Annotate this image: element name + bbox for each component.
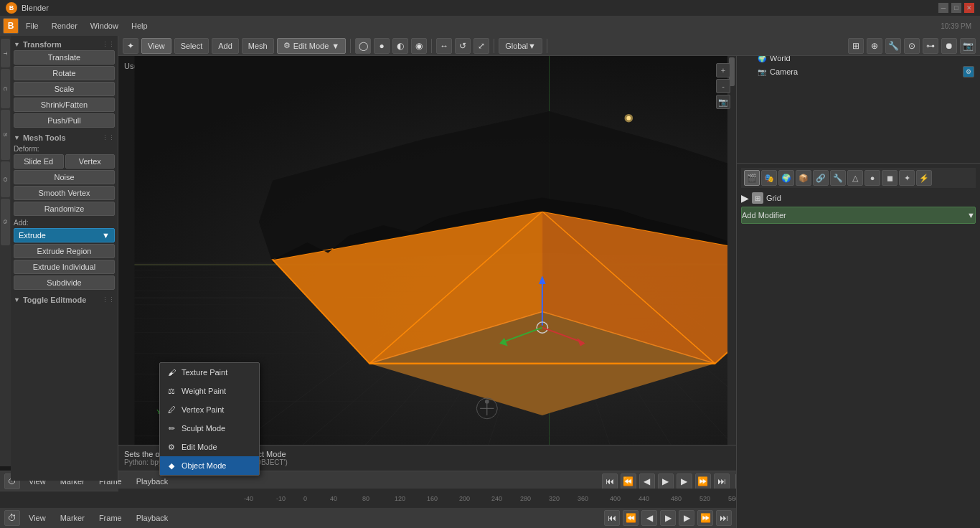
camera-view-button[interactable]: 📷	[716, 95, 730, 109]
play-button[interactable]: ▶	[658, 473, 674, 489]
prev-frame-button[interactable]: ⏪	[621, 473, 636, 489]
playback-next-frame[interactable]: ⏩	[697, 510, 713, 526]
weight-paint-mode-item[interactable]: ⚖ Weight Paint	[160, 382, 259, 400]
rotate-button[interactable]: Rotate	[14, 66, 115, 80]
jump-end-button[interactable]: ⏭	[714, 473, 730, 489]
add-menu[interactable]: Add	[212, 38, 239, 54]
render-properties-icon[interactable]: 🎬	[744, 170, 760, 186]
mirror-button[interactable]: ⊶	[923, 38, 938, 54]
texture-mode-button[interactable]: ◐	[392, 38, 408, 54]
playback-play[interactable]: ▶	[660, 510, 676, 526]
vertex-button[interactable]: Vertex	[65, 154, 116, 169]
scale-widget-button[interactable]: ⤢	[473, 38, 489, 54]
texture-paint-mode-item[interactable]: 🖌 Texture Paint	[160, 363, 259, 382]
minimize-button[interactable]: ─	[938, 3, 948, 13]
object-properties-icon[interactable]: 📦	[796, 170, 811, 186]
timeline-num-240: 240	[491, 495, 502, 502]
solid-mode-button[interactable]: ●	[374, 38, 390, 54]
playback-icon[interactable]: ⏱	[4, 510, 20, 526]
camera-button[interactable]: 📷	[960, 38, 976, 54]
constraints-icon[interactable]: 🔗	[813, 170, 829, 186]
mesh-menu[interactable]: Mesh	[242, 38, 274, 54]
edit-mode-selector[interactable]: ⚙ Edit Mode ▼	[277, 38, 346, 54]
menu-render[interactable]: Render	[46, 20, 83, 32]
slide-edge-button[interactable]: Slide Ed	[14, 154, 64, 169]
playback-prev-key[interactable]: ◀	[641, 510, 657, 526]
gizmo-button[interactable]: ⊕	[867, 38, 882, 54]
viewport-mode-icon[interactable]: ✦	[123, 38, 138, 54]
translate-button[interactable]: Translate	[14, 50, 115, 65]
record-button[interactable]: ⏺	[941, 38, 957, 54]
menu-file[interactable]: File	[20, 20, 44, 32]
menu-help[interactable]: Help	[126, 20, 154, 32]
snap-button[interactable]: 🔧	[885, 38, 901, 54]
timeline-playback-menu[interactable]: Playback	[131, 476, 174, 487]
proportional-edit-button[interactable]: ⊙	[904, 38, 920, 54]
extrude-dropdown[interactable]: Extrude ▼	[14, 228, 115, 242]
vertex-paint-mode-item[interactable]: 🖊 Vertex Paint	[160, 400, 259, 419]
rendered-mode-button[interactable]: ◉	[411, 38, 427, 54]
extrude-individual-button[interactable]: Extrude Individual	[14, 260, 115, 274]
rotation-widget-button[interactable]: ↺	[455, 38, 471, 54]
sculpt-mode-item[interactable]: ✏ Sculpt Mode	[160, 419, 259, 438]
noise-button[interactable]: Noise	[14, 170, 115, 184]
toggle-editmode-section-header[interactable]: ▼ Toggle Editmode ⋮⋮	[14, 294, 115, 306]
camera-settings-icon[interactable]: ⚙	[963, 66, 974, 77]
transform-section-header[interactable]: ▼ Transform ⋮⋮	[14, 39, 115, 50]
viewport-overlay-button[interactable]: ⊞	[848, 38, 864, 54]
maximize-button[interactable]: □	[951, 3, 961, 13]
extrude-region-button[interactable]: Extrude Region	[14, 244, 115, 258]
zoom-out-button[interactable]: -	[716, 79, 730, 93]
blender-menu-logo[interactable]: B	[3, 18, 19, 34]
modifiers-icon[interactable]: 🔧	[830, 170, 846, 186]
orientation-selector[interactable]: Global ▼	[499, 38, 542, 54]
playback-view-menu[interactable]: View	[23, 512, 52, 524]
world-properties-icon[interactable]: 🌍	[778, 170, 794, 186]
close-button[interactable]: ✕	[964, 3, 974, 13]
prev-key-button[interactable]: ◀	[639, 473, 655, 489]
add-modifier-button[interactable]: Add Modifier ▼	[741, 207, 976, 224]
options-tab[interactable]: O	[1, 161, 10, 197]
subdivide-button[interactable]: Subdivide	[14, 275, 115, 290]
randomize-button[interactable]: Randomize	[14, 202, 115, 216]
playback-jump-start[interactable]: ⏮	[604, 510, 620, 526]
edit-mode-label: Edit Mode	[182, 443, 217, 451]
scene-properties-icon[interactable]: 🎭	[761, 170, 777, 186]
object-data-icon[interactable]: △	[847, 170, 863, 186]
timeline-num-280: 280	[520, 495, 531, 502]
playback-marker-menu[interactable]: Marker	[55, 512, 90, 524]
mesh-tools-section-header[interactable]: ▼ Mesh Tools ⋮⋮	[14, 132, 115, 143]
select-menu[interactable]: Select	[174, 38, 209, 54]
playback-prev-frame[interactable]: ⏪	[623, 510, 639, 526]
edit-mode-item[interactable]: ⚙ Edit Mode	[160, 438, 259, 456]
smooth-vertex-button[interactable]: Smooth Vertex	[14, 186, 115, 200]
texture-icon[interactable]: ◼	[882, 170, 897, 186]
menu-window[interactable]: Window	[85, 20, 124, 32]
tools-tab[interactable]: T	[1, 39, 10, 67]
jump-start-button[interactable]: ⏮	[602, 473, 618, 489]
shading-uvs-tab[interactable]: S	[1, 110, 10, 160]
physics-icon[interactable]: ⚡	[916, 170, 932, 186]
scale-button[interactable]: Scale	[14, 82, 115, 96]
playback-next-key[interactable]: ▶	[679, 510, 694, 526]
grid-icon: ⊞	[752, 192, 763, 204]
grease-pencil-tab[interactable]: G	[1, 199, 10, 245]
zoom-in-button[interactable]: +	[716, 63, 730, 77]
viewport-scrollbar[interactable]	[727, 56, 736, 471]
create-tab[interactable]: C	[1, 69, 10, 108]
push-pull-button[interactable]: Push/Pull	[14, 113, 115, 128]
next-frame-button[interactable]: ⏩	[695, 473, 711, 489]
camera-item[interactable]: 📷 Camera ⚙	[740, 65, 977, 79]
playback-frame-menu[interactable]: Frame	[93, 512, 128, 524]
playback-jump-end[interactable]: ⏭	[716, 510, 732, 526]
playback-menu[interactable]: Playback	[131, 512, 174, 524]
wireframe-mode-button[interactable]: ◯	[355, 38, 371, 54]
object-mode-item[interactable]: ◆ Object Mode	[160, 456, 259, 475]
next-key-button[interactable]: ▶	[677, 473, 692, 489]
texture-paint-label: Texture Paint	[182, 368, 227, 377]
transform-widget-button[interactable]: ↔	[436, 38, 452, 54]
material-icon[interactable]: ●	[864, 170, 880, 186]
shrink-fatten-button[interactable]: Shrink/Fatten	[14, 98, 115, 112]
view-menu[interactable]: View	[141, 38, 171, 54]
particles-icon[interactable]: ✦	[899, 170, 915, 186]
